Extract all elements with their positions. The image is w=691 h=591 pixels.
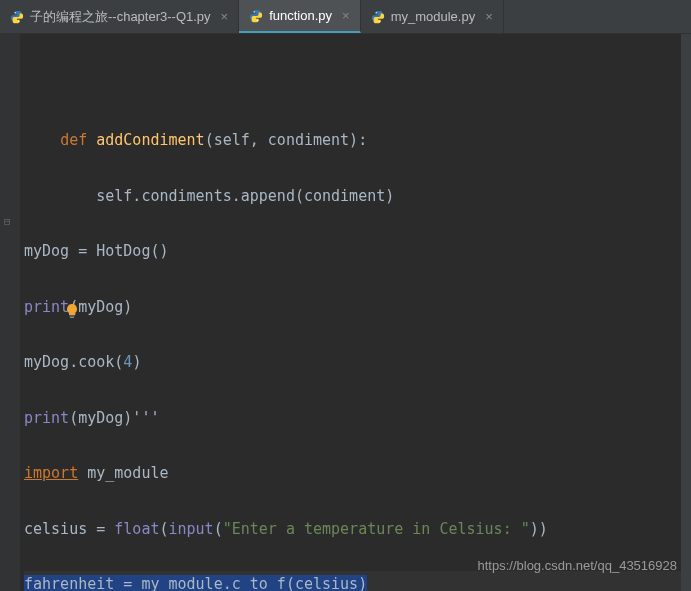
tab-file-1[interactable]: 子的编程之旅--chapter3--Q1.py × <box>0 0 239 33</box>
svg-point-0 <box>15 12 16 13</box>
code-line: myDog.cook(4) <box>24 349 691 377</box>
close-icon[interactable]: × <box>342 8 350 23</box>
svg-point-1 <box>18 20 19 21</box>
watermark-text: https://blog.csdn.net/qq_43516928 <box>478 558 678 573</box>
tab-label: function.py <box>269 8 332 23</box>
code-line: print(myDog)''' <box>24 405 691 433</box>
svg-point-3 <box>257 19 258 20</box>
tab-bar: 子的编程之旅--chapter3--Q1.py × function.py × … <box>0 0 691 34</box>
close-icon[interactable]: × <box>221 9 229 24</box>
tab-file-2[interactable]: function.py × <box>239 0 360 33</box>
svg-rect-6 <box>70 315 75 316</box>
code-line: fahrenheit = my_module.c_to_f(celsius) <box>24 571 691 591</box>
python-file-icon <box>249 9 263 23</box>
svg-point-2 <box>254 11 255 12</box>
code-editor[interactable]: ⊟ def addCondiment(self, condiment): sel… <box>0 34 691 591</box>
code-line: import my_module <box>24 460 691 488</box>
editor-gutter: ⊟ <box>0 34 20 591</box>
code-line: self.condiments.append(condiment) <box>24 183 691 211</box>
code-line: print(myDog) <box>24 294 691 322</box>
tab-label: 子的编程之旅--chapter3--Q1.py <box>30 8 211 26</box>
tab-file-3[interactable]: my_module.py × <box>361 0 504 33</box>
close-icon[interactable]: × <box>485 9 493 24</box>
tab-label: my_module.py <box>391 9 476 24</box>
python-file-icon <box>371 10 385 24</box>
code-line: myDog = HotDog() <box>24 238 691 266</box>
lightbulb-icon[interactable] <box>28 273 44 289</box>
svg-point-4 <box>375 12 376 13</box>
vertical-scrollbar[interactable] <box>681 34 691 591</box>
svg-rect-7 <box>70 317 74 318</box>
svg-point-5 <box>379 20 380 21</box>
fold-icon[interactable]: ⊟ <box>4 212 11 232</box>
code-line: celsius = float(input("Enter a temperatu… <box>24 516 691 544</box>
python-file-icon <box>10 10 24 24</box>
code-line: def addCondiment(self, condiment): <box>24 127 691 155</box>
